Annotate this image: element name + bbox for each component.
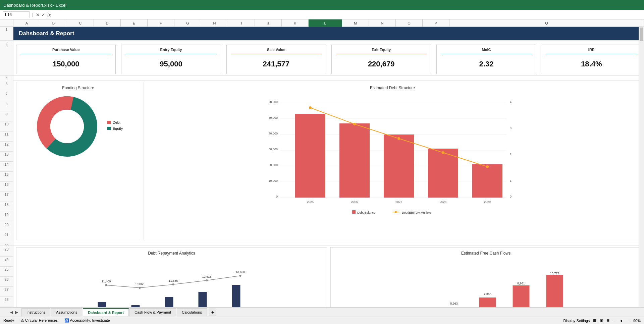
legend-debt-balance: Debt Balance [357, 211, 375, 214]
col-header-P[interactable]: P [423, 19, 449, 27]
row-3: 3 Purchase Value 150,000 Entry Equity 95… [0, 43, 644, 76]
svg-point-24 [395, 211, 397, 213]
formula-icons: ✕ ✓ fx [36, 12, 51, 17]
dot-2027 [397, 137, 400, 140]
col-header-E[interactable]: E [121, 19, 148, 27]
val-2028: 12,618 [202, 275, 212, 278]
kpi-moic-label: MoIC [441, 48, 532, 54]
fcf-bar-2029 [546, 275, 563, 307]
col-header-I[interactable]: I [228, 19, 255, 27]
svg-text:20,000: 20,000 [268, 163, 278, 167]
funding-chart-title: Funding Structure [20, 86, 137, 90]
svg-text:10,000: 10,000 [268, 179, 278, 182]
kpi-purchase-value-val: 150,000 [20, 57, 111, 71]
row-nums-6-21: 6 7 8 9 10 11 12 13 14 15 16 17 18 19 20… [0, 80, 13, 243]
kpi-purchase-value: Purchase Value 150,000 [16, 45, 116, 74]
dark-bar-2027 [165, 297, 173, 307]
formula-bar: | ✕ ✓ fx [0, 10, 644, 19]
bar-2029 [472, 164, 502, 198]
scrollbar[interactable] [639, 27, 644, 307]
x-label-2027: 2027 [395, 200, 402, 204]
svg-text:50,000: 50,000 [268, 116, 278, 119]
name-box[interactable] [3, 11, 30, 18]
title-bar: Dashboard & Report.xlsx - Excel [0, 0, 644, 10]
col-header-L[interactable]: L [309, 19, 342, 27]
row-num-4: 4 [0, 76, 13, 79]
col-header-G[interactable]: G [174, 19, 201, 27]
kpi-entry-equity-label: Entry Equity [125, 48, 216, 54]
kpi-entry-equity-val: 95,000 [125, 57, 216, 71]
kpi-irr-label: IRR [546, 48, 637, 54]
svg-text:60,000: 60,000 [268, 100, 278, 104]
row-22: 22 [0, 243, 644, 246]
col-header-H[interactable]: H [201, 19, 228, 27]
kpi-exit-equity: Exit Equity 220,679 [331, 45, 431, 74]
svg-text:4: 4 [510, 100, 512, 104]
dashboard-title: Dahsboard & Report [13, 27, 644, 40]
donut-legend: Debt Equity [107, 120, 123, 132]
col-header-Q[interactable]: Q [449, 19, 644, 27]
kpi-irr: IRR 18.4% [542, 45, 641, 74]
row-4: 4 [0, 76, 644, 79]
row-3-kpi-cards: Purchase Value 150,000 Entry Equity 95,0… [13, 43, 644, 76]
legend-debt: Debt [107, 120, 123, 124]
dark-bar-2029 [232, 285, 240, 307]
bar-2027 [384, 134, 414, 198]
rdot-2026 [139, 287, 141, 289]
row-num-2: 2 [0, 41, 13, 43]
bar-2026 [339, 123, 370, 198]
rdot-2029 [239, 275, 241, 277]
row-2-content [13, 41, 644, 43]
col-header-O[interactable]: O [396, 19, 423, 27]
fcf-bar-2027 [479, 298, 496, 307]
spreadsheet-area: 1 Dahsboard & Report 2 3 Purchase Value … [0, 27, 644, 307]
row-2: 2 [0, 41, 644, 43]
svg-text:3: 3 [510, 126, 512, 130]
dot-2029 [486, 165, 489, 168]
kpi-exit-equity-label: Exit Equity [336, 48, 427, 54]
row-num-22: 22 [0, 243, 13, 246]
legend-equity: Equity [107, 126, 123, 130]
row-1: 1 Dahsboard & Report [0, 27, 644, 41]
dark-bar-2028 [199, 292, 207, 307]
repayment-chart-title: Debt Repayment Analytics [20, 251, 323, 256]
debt-pct-label: 38.7% [74, 119, 83, 123]
charts-row-1: 6 7 8 9 10 11 12 13 14 15 16 17 18 19 20… [0, 80, 644, 243]
col-header-N[interactable]: N [369, 19, 396, 27]
charts-row-2: 23 24 25 26 27 28 29 30 31 32 Debt Repay… [0, 246, 644, 307]
corner-cell [0, 19, 13, 26]
app-title: Dashboard & Report.xlsx - Excel [3, 3, 66, 8]
col-header-C[interactable]: C [67, 19, 94, 27]
legend-multiple: Debt/EBITDA Multiple [402, 211, 431, 214]
col-header-D[interactable]: D [94, 19, 121, 27]
formula-divider: | [32, 12, 33, 17]
column-headers: A B C D E F G H I J K L M N O P Q [0, 19, 644, 27]
kpi-sale-value-val: 241,577 [231, 57, 322, 71]
col-header-B[interactable]: B [40, 19, 67, 27]
svg-rect-22 [352, 210, 356, 214]
kpi-irr-val: 18.4% [546, 57, 637, 71]
fcf-chart-title: Estimated Free Cash Flows [334, 251, 638, 256]
col-header-M[interactable]: M [342, 19, 369, 27]
fcf-val-2026: 5,963 [450, 302, 458, 305]
kpi-entry-equity: Entry Equity 95,000 [121, 45, 221, 74]
debt-chart-title: Estimated Debt Structure [147, 86, 638, 90]
col-header-J[interactable]: J [255, 19, 282, 27]
kpi-exit-equity-val: 220,679 [336, 57, 427, 71]
col-header-A[interactable]: A [13, 19, 40, 27]
kpi-sale-value-label: Sale Value [231, 48, 322, 54]
bar-2025 [295, 114, 325, 198]
debt-repayment-chart: Debt Repayment Analytics 11,400 10,860 1… [16, 247, 327, 307]
equity-legend-dot [107, 127, 111, 130]
row-num-1: 1 [0, 27, 13, 41]
rdot-2028 [206, 279, 208, 281]
dot-2028 [442, 151, 444, 154]
svg-text:30,000: 30,000 [268, 148, 278, 151]
row-num-3: 3 [0, 43, 13, 76]
col-header-K[interactable]: K [282, 19, 309, 27]
col-header-F[interactable]: F [148, 19, 174, 27]
svg-text:2: 2 [510, 153, 512, 156]
svg-text:40,000: 40,000 [268, 132, 278, 135]
x-label-2025: 2025 [307, 200, 314, 204]
val-2027: 11,685 [169, 279, 178, 282]
